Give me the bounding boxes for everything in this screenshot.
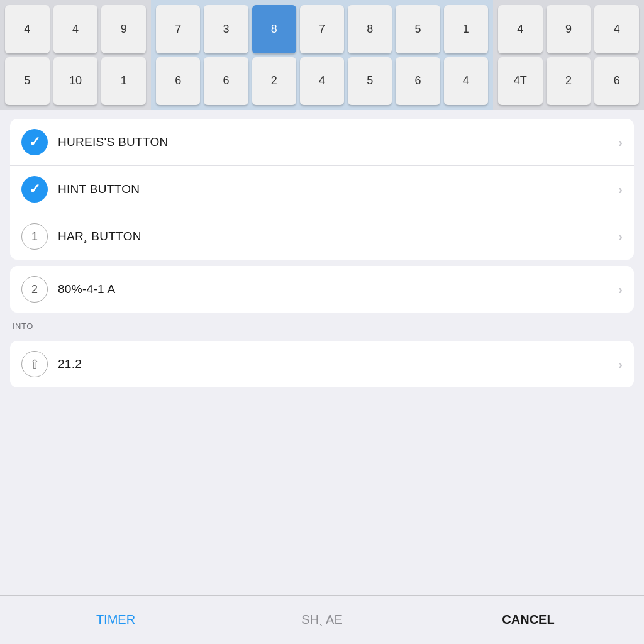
grid-cell[interactable]: 4: [5, 5, 50, 53]
grid-cell[interactable]: 8: [348, 5, 392, 53]
grid-center: 7 3 8 7 8 5 1 6 6 2 4 5 6 4: [151, 0, 493, 110]
grid-cell[interactable]: 6: [204, 57, 248, 106]
grid-cell[interactable]: 6: [594, 57, 639, 106]
grid-cell[interactable]: 7: [156, 5, 200, 53]
grid-cell[interactable]: 9: [101, 5, 146, 53]
bottom-bar: TIMER SH¸ AE CANCEL: [0, 595, 644, 644]
grid-cell[interactable]: 3: [204, 5, 248, 53]
section-label-into: INTO: [10, 319, 634, 335]
checkmark-icon: ✓: [29, 181, 40, 197]
chevron-icon: ›: [618, 135, 623, 150]
grid-cell[interactable]: 4: [498, 5, 543, 53]
grid-cell-highlighted[interactable]: 8: [252, 5, 296, 53]
grid-cell[interactable]: 5: [396, 5, 440, 53]
hureis-icon: ✓: [21, 129, 48, 155]
menu-card-3: ⇧ 21.2 ›: [10, 341, 634, 387]
har-button-item[interactable]: 1 HAR¸ BUTTON ›: [10, 213, 634, 260]
pct-label: 80%-4-1 A: [58, 282, 613, 296]
har-label: HAR¸ BUTTON: [58, 230, 613, 243]
grid-left: 4 4 9 5 10 1: [0, 0, 151, 110]
chevron-icon: ›: [618, 230, 623, 244]
grid-cell[interactable]: 5: [5, 57, 50, 106]
number-badge: 1: [31, 230, 38, 243]
grid-right: 4 9 4 4T 2 6: [493, 0, 644, 110]
pct-icon: 2: [21, 276, 48, 303]
chevron-icon: ›: [618, 282, 623, 297]
hint-icon: ✓: [21, 176, 48, 203]
pct-button-item[interactable]: 2 80%-4-1 A ›: [10, 266, 634, 313]
menu-card-2: 2 80%-4-1 A ›: [10, 266, 634, 313]
number-grid: 4 4 9 5 10 1 7 3 8 7 8 5 1 6 6 2 4 5 6 4…: [0, 0, 644, 110]
chevron-icon: ›: [618, 182, 623, 197]
grid-cell[interactable]: 7: [300, 5, 344, 53]
main-content: ✓ HUREIS'S BUTTON › ✓ HINT BUTTON › 1 HA…: [0, 110, 644, 644]
arrow-up-icon: ⇧: [30, 357, 40, 372]
menu-card-1: ✓ HUREIS'S BUTTON › ✓ HINT BUTTON › 1 HA…: [10, 119, 634, 260]
grid-cell[interactable]: 1: [444, 5, 488, 53]
chevron-icon: ›: [618, 357, 623, 372]
hint-button-item[interactable]: ✓ HINT BUTTON ›: [10, 165, 634, 213]
grid-cell[interactable]: 10: [53, 57, 98, 106]
hureis-button-item[interactable]: ✓ HUREIS'S BUTTON ›: [10, 119, 634, 165]
list-area: ✓ HUREIS'S BUTTON › ✓ HINT BUTTON › 1 HA…: [0, 110, 644, 595]
value-label: 21.2: [58, 357, 613, 371]
number-badge: 2: [31, 283, 38, 296]
grid-cell[interactable]: 4: [53, 5, 98, 53]
value-item[interactable]: ⇧ 21.2 ›: [10, 341, 634, 387]
grid-cell[interactable]: 5: [348, 57, 392, 106]
grid-cell[interactable]: 4: [300, 57, 344, 106]
value-icon: ⇧: [21, 351, 48, 377]
grid-cell[interactable]: 4: [594, 5, 639, 53]
hint-label: HINT BUTTON: [58, 182, 613, 196]
grid-cell[interactable]: 9: [547, 5, 591, 53]
grid-cell[interactable]: 2: [547, 57, 591, 106]
timer-button[interactable]: TIMER: [13, 605, 219, 635]
grid-cell[interactable]: 4: [444, 57, 488, 106]
grid-cell[interactable]: 6: [156, 57, 200, 106]
hureis-label: HUREIS'S BUTTON: [58, 135, 613, 149]
grid-cell[interactable]: 4T: [498, 57, 543, 106]
grid-cell[interactable]: 1: [101, 57, 146, 106]
har-icon: 1: [21, 223, 48, 250]
grid-cell[interactable]: 6: [396, 57, 440, 106]
share-button[interactable]: SH¸ AE: [219, 605, 425, 635]
checkmark-icon: ✓: [29, 134, 40, 150]
cancel-button[interactable]: CANCEL: [425, 605, 631, 635]
grid-cell[interactable]: 2: [252, 57, 296, 106]
